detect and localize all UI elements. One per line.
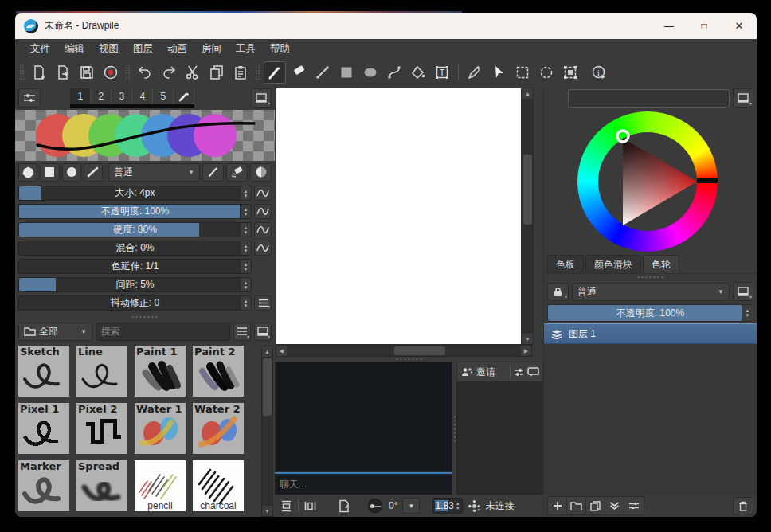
lasso-select-tool-button[interactable] — [535, 61, 558, 84]
pressure-curve-button[interactable] — [254, 222, 272, 237]
canvas[interactable] — [276, 88, 522, 345]
dock-splitter[interactable] — [15, 314, 275, 320]
brush-preset-paint-1[interactable]: Paint 1 — [135, 346, 186, 397]
close-button[interactable]: ✕ — [722, 13, 757, 39]
menu-item-5[interactable]: 房间 — [194, 40, 229, 58]
slider-spinner[interactable]: ▲▼ — [240, 241, 251, 255]
color-tab-2[interactable]: 色轮 — [643, 255, 679, 273]
pressure-curve-button[interactable] — [254, 186, 272, 201]
cut-tool-button[interactable] — [182, 61, 204, 84]
rotation-dropdown-button[interactable]: ▼ — [402, 498, 420, 514]
canvas-horizontal-scrollbar[interactable]: ◀ ▶ — [276, 345, 532, 357]
toolbar-grip[interactable] — [19, 64, 25, 81]
canvas-background-icon[interactable] — [338, 499, 350, 513]
open-file-tool-button[interactable] — [52, 61, 74, 84]
layer-dock-float-button[interactable]: ▾ — [733, 282, 753, 301]
duplicate-layer-button[interactable] — [586, 497, 605, 514]
bezier-tool-button[interactable] — [383, 61, 405, 84]
add-group-button[interactable] — [567, 497, 586, 514]
brush-preset-water-1[interactable]: Water 1 — [135, 403, 186, 454]
layer-blend-mode-dropdown[interactable]: 普通 ▼ — [572, 283, 730, 301]
minimize-button[interactable]: — — [652, 13, 687, 39]
flip-canvas-icon[interactable] — [280, 499, 293, 513]
redo-tool-button[interactable] — [158, 61, 180, 84]
preset-folder-dropdown[interactable]: 全部 ▼ — [18, 323, 92, 341]
preset-dock-float-button[interactable]: ▾ — [254, 323, 272, 341]
smudge-mode-icon[interactable] — [250, 163, 272, 182]
canvas-vertical-scrollbar[interactable]: ▲ ▼ — [522, 88, 534, 345]
chat-options-icon[interactable]: ▾ — [527, 367, 540, 377]
session-settings-icon[interactable] — [513, 367, 525, 377]
chat-input[interactable] — [275, 479, 452, 490]
dock-splitter[interactable] — [544, 274, 757, 280]
rectangle-tool-button[interactable] — [335, 61, 358, 84]
record-tool-button[interactable] — [100, 61, 122, 84]
brush-preset-spread[interactable]: Spread — [76, 460, 127, 511]
mirror-canvas-icon[interactable] — [303, 499, 317, 513]
color-triangle[interactable] — [577, 111, 718, 252]
toolbar-grip[interactable] — [255, 64, 260, 81]
brush-preset-sketch[interactable]: Sketch — [18, 346, 69, 397]
layer-properties-button[interactable] — [624, 497, 644, 514]
slider-spinner[interactable]: ▲▼ — [240, 260, 251, 273]
menu-item-1[interactable]: 编辑 — [57, 40, 92, 58]
brush-preset-pencil[interactable]: pencil — [135, 460, 186, 511]
fill-tool-button[interactable] — [407, 61, 429, 84]
scroll-down-icon[interactable]: ▼ — [262, 506, 272, 516]
round-brush-shape-icon[interactable] — [18, 163, 37, 182]
inspect-tool-button[interactable]: i — [588, 61, 610, 84]
brush-slider-6[interactable]: 抖动修正: 0▲▼ — [18, 295, 252, 311]
scroll-down-icon[interactable]: ▼ — [522, 334, 533, 344]
brush-slot-1[interactable]: 1 — [70, 88, 91, 104]
new-file-tool-button[interactable] — [28, 61, 50, 84]
zoom-spinbox[interactable]: 1.83 ▲▼ — [432, 498, 462, 514]
slider-spinner[interactable]: ▲▼ — [240, 223, 251, 237]
slider-spinner[interactable]: ▲▼ — [240, 186, 251, 200]
opacity-spinner[interactable]: ▲▼ — [742, 305, 753, 321]
scrollbar-thumb[interactable] — [263, 358, 272, 416]
menu-item-6[interactable]: 工具 — [229, 40, 263, 58]
brush-dock-float-button[interactable]: ▾ — [251, 88, 272, 108]
eraser-slot-tab[interactable] — [174, 88, 194, 104]
layer-opacity-slider[interactable]: 不透明度: 100% ▲▼ — [547, 304, 753, 322]
zoom-options-icon[interactable]: ▾ — [468, 499, 481, 513]
add-layer-button[interactable] — [548, 497, 567, 514]
color-tab-1[interactable]: 颜色滑块 — [585, 255, 641, 273]
menu-item-2[interactable]: 视图 — [92, 40, 126, 58]
color-name-input[interactable] — [568, 89, 730, 108]
paste-tool-button[interactable] — [229, 61, 252, 84]
rotation-dial[interactable] — [366, 497, 384, 514]
merge-layer-button[interactable] — [605, 497, 624, 514]
maximize-button[interactable]: □ — [687, 13, 722, 39]
menu-item-0[interactable]: 文件 — [23, 40, 57, 58]
color-tab-0[interactable]: 色板 — [547, 255, 584, 273]
invite-button[interactable]: 邀请 — [460, 366, 497, 379]
chat-message-area[interactable] — [275, 362, 452, 472]
color-picker-tool-button[interactable] — [464, 61, 486, 84]
brush-slot-3[interactable]: 3 — [112, 88, 132, 104]
brush-preset-line[interactable]: Line — [76, 346, 127, 397]
brush-slider-1[interactable]: 不透明度: 100%▲▼ — [18, 204, 252, 219]
brush-preset-pixel-2[interactable]: Pixel 2 — [76, 403, 127, 454]
text-tool-button[interactable]: T — [431, 61, 453, 84]
layer-row[interactable]: 图层 1 — [544, 323, 757, 344]
brush-slider-2[interactable]: 硬度: 80%▲▼ — [18, 222, 252, 237]
layer-lock-icon[interactable]: ▾ — [547, 283, 569, 301]
copy-tool-button[interactable] — [205, 61, 228, 84]
brush-settings-icon[interactable] — [18, 88, 41, 108]
preset-search-input[interactable] — [96, 323, 230, 341]
ellipse-tool-button[interactable] — [359, 61, 382, 84]
scroll-up-icon[interactable]: ▲ — [522, 88, 533, 99]
preset-scrollbar[interactable]: ▲ ▼ — [261, 346, 273, 517]
line-tool-button[interactable] — [311, 61, 334, 84]
brush-preset-paint-2[interactable]: Paint 2 — [193, 346, 244, 397]
scroll-left-icon[interactable]: ◀ — [276, 346, 287, 356]
brush-preset-water-2[interactable]: Water 2 — [193, 403, 244, 454]
user-list[interactable] — [456, 382, 543, 495]
slider-spinner[interactable]: ▲▼ — [240, 278, 251, 291]
scroll-up-icon[interactable]: ▲ — [262, 346, 272, 357]
rect-select-tool-button[interactable] — [511, 61, 534, 84]
brush-preset-charcoal[interactable]: charcoal — [193, 460, 244, 511]
brush-slider-0[interactable]: 大小: 4px▲▼ — [18, 186, 252, 201]
brush-slider-3[interactable]: 混合: 0%▲▼ — [18, 241, 252, 256]
